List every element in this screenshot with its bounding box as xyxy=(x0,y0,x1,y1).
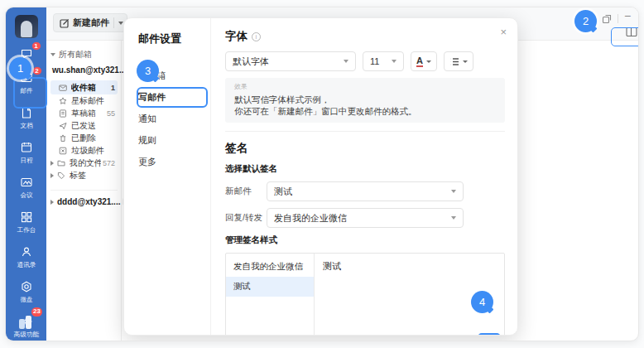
font-family-select[interactable]: 默认字体 xyxy=(225,51,356,71)
account-primary[interactable]: wu.shan@xty321.... xyxy=(52,65,118,75)
junk-icon xyxy=(59,147,67,155)
folder-deleted[interactable]: 已删除 xyxy=(50,132,118,144)
folder-pane: 所有邮箱 wu.shan@xty321.... 收件箱 1 星标邮件 草稿箱 5… xyxy=(46,41,122,341)
chevron-down-icon xyxy=(426,60,431,63)
calendar-icon xyxy=(20,141,33,154)
apps-badge: 23 xyxy=(31,307,42,317)
preview-line-2: 你还可在「新建邮件」窗口中更改邮件的格式。 xyxy=(234,105,496,117)
sidebar-item-workbench[interactable]: 工作台 xyxy=(9,208,44,236)
preview-label: 效果 xyxy=(234,82,496,91)
compose-icon xyxy=(60,18,70,28)
folder-count: 1 xyxy=(111,84,115,92)
edit-signature-button[interactable] xyxy=(478,333,501,336)
list-style-button[interactable] xyxy=(444,51,473,71)
sidebar-item-meeting[interactable]: 会议 xyxy=(9,173,44,201)
document-icon xyxy=(20,106,33,119)
avatar[interactable] xyxy=(15,15,38,38)
draft-icon xyxy=(59,109,67,118)
folder-tags[interactable]: 标签 xyxy=(50,169,118,181)
tag-icon xyxy=(57,172,65,180)
signature-manager: 发自我的企业微信 测试 测试 xyxy=(225,253,505,336)
settings-content: 字体 i 默认字体 11 A xyxy=(210,18,517,335)
sidebar-item-label: 日程 xyxy=(20,156,32,164)
sidebar-item-label: 微盘 xyxy=(20,295,32,303)
folder-inbox[interactable]: 收件箱 1 xyxy=(50,80,118,94)
folder-group-all[interactable]: 所有邮箱 xyxy=(50,49,118,60)
new-mail-label: 新建邮件 xyxy=(73,17,109,29)
reply-sig-label: 回复/转发 xyxy=(225,212,267,224)
send-icon xyxy=(59,122,67,130)
signature-heading: 签名 xyxy=(225,141,501,156)
chevron-down-icon xyxy=(392,60,396,63)
tab-more[interactable]: 更多 xyxy=(138,151,210,172)
dialog-title: 邮件设置 xyxy=(138,31,210,46)
drive-icon xyxy=(20,280,33,293)
sidebar-item-label: 工作台 xyxy=(17,225,36,234)
folder-drafts[interactable]: 草稿箱 55 xyxy=(50,107,118,119)
folder-starred[interactable]: 星标邮件 xyxy=(50,94,118,107)
caret-right-icon xyxy=(50,173,54,178)
chevron-down-icon xyxy=(451,190,456,193)
reply-signature-select[interactable]: 发自我的企业微信 xyxy=(267,208,464,228)
divider xyxy=(225,131,505,132)
caret-down-icon xyxy=(50,53,55,56)
tab-notify[interactable]: 通知 xyxy=(138,108,210,129)
star-icon xyxy=(59,97,67,105)
workbench-icon xyxy=(20,210,33,224)
annotation-step-2: 2 xyxy=(574,10,597,32)
folder-myfolders[interactable]: 我的文件夹 572 xyxy=(50,157,118,169)
app-window: 1 2 邮件 文档 日程 会议 工作台 通讯录 微盘 xyxy=(5,7,639,341)
font-color-button[interactable]: A xyxy=(411,51,437,71)
sidebar-item-calendar[interactable]: 日程 xyxy=(9,138,44,167)
mail-settings-dialog: × 邮件设置 收邮箱 写邮件 通知 规则 更多 字体 i 默认字体 11 xyxy=(123,17,518,336)
list-icon xyxy=(449,57,459,66)
minimize-button[interactable]: − xyxy=(624,9,631,22)
chat-unread-badge: 1 xyxy=(31,41,41,51)
chevron-down-icon xyxy=(451,216,456,220)
folder-junk[interactable]: 垃圾邮件 xyxy=(50,144,118,157)
sidebar-item-label: 文档 xyxy=(20,121,32,129)
reading-pane-button[interactable] xyxy=(626,26,637,41)
sidebar-item-label: 通讯录 xyxy=(17,260,36,268)
caret-right-icon xyxy=(50,161,54,166)
layout-icon xyxy=(626,27,637,37)
annotation-step-1: 1 xyxy=(9,57,31,80)
folder-icon xyxy=(57,159,65,167)
tab-rules[interactable]: 规则 xyxy=(138,129,210,151)
signature-item-selected[interactable]: 测试 xyxy=(226,277,314,297)
new-mail-button[interactable]: 新建邮件 xyxy=(53,13,127,32)
font-heading: 字体 xyxy=(225,29,248,44)
folder-sent[interactable]: 已发送 xyxy=(50,119,118,132)
trash-icon xyxy=(59,134,67,143)
tab-compose[interactable]: 写邮件 xyxy=(138,86,210,108)
account-secondary[interactable]: dddd@xty321.... 135 xyxy=(50,190,118,206)
annotation-step-4: 4 xyxy=(471,291,493,313)
info-icon[interactable]: i xyxy=(252,32,261,41)
popout-button[interactable] xyxy=(602,12,612,27)
sidebar-item-drive[interactable]: 微盘 xyxy=(9,278,44,306)
chevron-down-icon xyxy=(463,60,468,63)
caret-right-icon xyxy=(50,200,54,205)
sidebar-item-docs[interactable]: 文档 xyxy=(9,104,44,132)
mail-unread-badge: 2 xyxy=(32,66,42,75)
sidebar-item-contacts[interactable]: 通讯录 xyxy=(9,243,44,271)
chevron-down-icon xyxy=(344,60,348,63)
annotation-step-3: 3 xyxy=(137,60,159,82)
sidebar-item-label: 会议 xyxy=(20,191,32,199)
sidebar-item-label: 邮件 xyxy=(20,86,32,94)
signature-item[interactable]: 发自我的企业微信 xyxy=(226,257,314,277)
contacts-icon xyxy=(20,245,33,259)
sidebar-item-apps[interactable]: 23 xyxy=(17,314,36,329)
preview-line-1: 默认写信字体样式示例， xyxy=(234,94,496,105)
new-mail-signature-select[interactable]: 测试 xyxy=(267,181,464,201)
choose-signature-heading: 选择默认签名 xyxy=(225,163,501,175)
new-mail-sig-label: 新邮件 xyxy=(225,186,267,197)
meeting-icon xyxy=(20,176,33,189)
signature-list: 发自我的企业微信 测试 xyxy=(226,254,315,336)
inbox-icon xyxy=(59,84,67,92)
apps-icon xyxy=(19,319,25,329)
sidebar-item-label: 高级功能 xyxy=(13,330,38,338)
app-sidebar: 1 2 邮件 文档 日程 会议 工作台 通讯录 微盘 xyxy=(6,7,46,341)
font-size-select[interactable]: 11 xyxy=(363,51,404,71)
font-preview-box: 效果 默认写信字体样式示例， 你还可在「新建邮件」窗口中更改邮件的格式。 xyxy=(225,78,505,123)
